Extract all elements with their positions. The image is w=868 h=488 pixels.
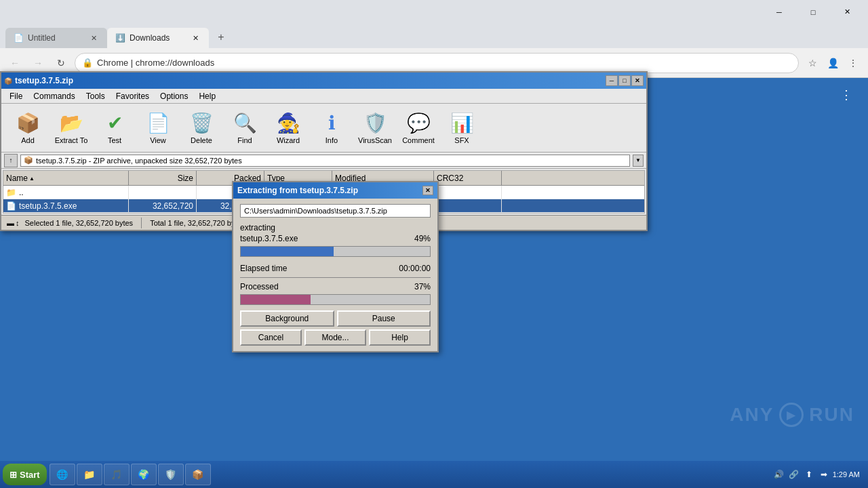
mode-button[interactable]: Mode... xyxy=(304,329,366,346)
toolbar-add-button[interactable]: 📦 Add xyxy=(7,106,49,150)
browser-titlebar: ─ □ ✕ xyxy=(0,0,868,24)
taskbar: ⊞ Start 🌐 📁 🎵 🌍 🛡️ 📦 🔊 🔗 ⬆ ➡ 1:29 AM xyxy=(0,461,868,488)
column-crc32[interactable]: CRC32 xyxy=(434,171,502,186)
dialog-close-button[interactable]: ✕ xyxy=(422,186,433,195)
tray-icon-upload[interactable]: ⬆ xyxy=(803,468,815,481)
cell-name: 📄 tsetup.3.7.5.exe xyxy=(3,199,129,213)
browser-content: Downl ⋮ 📦 tsetup.3.7.5.zip ─ □ ✕ File Co… xyxy=(0,78,868,461)
tab-close-icon[interactable]: ✕ xyxy=(88,33,99,43)
menu-commands[interactable]: Commands xyxy=(28,90,80,102)
taskbar-defender[interactable]: 🛡️ xyxy=(158,464,184,485)
processed-label: Processed xyxy=(240,282,279,291)
tab-favicon-downloads: ⬇️ xyxy=(115,33,125,43)
forward-button[interactable]: → xyxy=(28,54,47,73)
menu-options[interactable]: Options xyxy=(155,90,193,102)
help-button[interactable]: Help xyxy=(369,329,431,346)
tab-title-downloads: Downloads xyxy=(130,33,170,43)
toolbar-comment-button[interactable]: 💬 Comment xyxy=(397,106,439,150)
tray-icon-network[interactable]: 🔗 xyxy=(788,468,800,481)
address-bar[interactable]: 🔒 Chrome | chrome://downloads xyxy=(75,53,799,73)
watermark-any: ANY xyxy=(730,404,774,426)
close-button[interactable]: ✕ xyxy=(831,0,863,24)
menu-tools[interactable]: Tools xyxy=(81,90,111,102)
toolbar-info-button[interactable]: ℹ Info xyxy=(311,106,353,150)
winrar-menubar: File Commands Tools Favorites Options He… xyxy=(1,89,646,104)
status-icon-2: ↕ xyxy=(16,219,20,227)
processed-progress-bar xyxy=(240,294,431,305)
url-text: chrome://downloads xyxy=(136,58,214,68)
winrar-restore-button[interactable]: □ xyxy=(618,75,631,86)
add-tab-button[interactable]: + xyxy=(212,28,231,47)
taskbar-chrome[interactable]: 🌍 xyxy=(131,464,157,485)
dialog-divider xyxy=(240,277,431,278)
address-dropdown-button[interactable]: ▼ xyxy=(633,155,644,167)
help-label: Help xyxy=(391,333,408,342)
browser-actions: ☆ 👤 ⋮ xyxy=(803,54,863,73)
column-size[interactable]: Size xyxy=(129,171,197,186)
chrome-icon: 🌍 xyxy=(137,468,151,481)
restore-button[interactable]: □ xyxy=(797,0,829,24)
pause-button[interactable]: Pause xyxy=(337,310,431,327)
wizard-icon: 🧙 xyxy=(276,110,300,135)
tab-close-downloads-icon[interactable]: ✕ xyxy=(190,33,201,43)
info-label: Info xyxy=(326,136,338,144)
taskbar-explorer[interactable]: 📁 xyxy=(77,464,102,485)
dialog-content: C:\Users\admin\Downloads\tsetup.3.7.5.zi… xyxy=(233,199,437,351)
start-button[interactable]: ⊞ Start xyxy=(3,464,47,485)
tray-icon-arrow[interactable]: ➡ xyxy=(818,468,830,481)
background-button[interactable]: Background xyxy=(240,310,334,327)
minimize-button[interactable]: ─ xyxy=(764,0,795,24)
address-up-button[interactable]: ↑ xyxy=(4,154,18,167)
refresh-button[interactable]: ↻ xyxy=(52,54,71,73)
downloads-more-button[interactable]: ⋮ xyxy=(835,84,857,106)
profile-button[interactable]: 👤 xyxy=(823,54,842,73)
add-label: Add xyxy=(21,136,35,144)
start-icon: ⊞ xyxy=(9,470,17,480)
media-icon: 🎵 xyxy=(110,468,123,481)
winrar-title-text: tsetup.3.7.5.zip xyxy=(15,76,73,85)
extract-file-pct: 49% xyxy=(414,234,431,243)
taskbar-media[interactable]: 🎵 xyxy=(104,464,130,485)
column-name[interactable]: Name ▲ xyxy=(3,171,129,186)
wizard-label: Wizard xyxy=(277,136,300,144)
menu-help[interactable]: Help xyxy=(193,90,221,102)
background-label: Background xyxy=(265,314,309,323)
address-text: Chrome | chrome://downloads xyxy=(97,58,214,68)
view-label: View xyxy=(150,136,166,144)
extract-action-label: extracting xyxy=(240,223,275,232)
menu-file[interactable]: File xyxy=(4,90,28,102)
name-value: .. xyxy=(19,188,24,197)
file-progress-fill xyxy=(241,247,334,256)
bookmark-button[interactable]: ☆ xyxy=(803,54,822,73)
menu-button[interactable]: ⋮ xyxy=(844,54,863,73)
toolbar-test-button[interactable]: ✔ Test xyxy=(94,106,136,150)
taskbar-winrar[interactable]: 📦 xyxy=(185,464,211,485)
toolbar-sfx-button[interactable]: 📊 SFX xyxy=(441,106,483,150)
toolbar-find-button[interactable]: 🔍 Find xyxy=(224,106,266,150)
tab-downloads[interactable]: ⬇️ Downloads ✕ xyxy=(107,28,209,48)
info-icon: ℹ xyxy=(319,110,344,135)
elapsed-value: 00:00:00 xyxy=(399,264,431,273)
address-lock-icon: 🔒 xyxy=(82,58,93,68)
virusscan-label: VirusScan xyxy=(358,136,392,144)
cancel-button[interactable]: Cancel xyxy=(240,329,302,346)
tray-icon-volume[interactable]: 🔊 xyxy=(773,468,785,481)
winrar-minimize-button[interactable]: ─ xyxy=(606,75,618,86)
status-icon-1: ▬ xyxy=(7,219,14,227)
taskbar-ie[interactable]: 🌐 xyxy=(50,464,75,485)
back-button[interactable]: ← xyxy=(5,54,24,73)
winrar-close-button[interactable]: ✕ xyxy=(631,75,644,86)
tab-untitled[interactable]: 📄 Untitled ✕ xyxy=(5,28,107,48)
toolbar-extract-to-button[interactable]: 📂 Extract To xyxy=(50,106,92,150)
toolbar-wizard-button[interactable]: 🧙 Wizard xyxy=(267,106,309,150)
tray-time-text: 1:29 AM xyxy=(833,470,860,479)
menu-favorites[interactable]: Favorites xyxy=(111,90,155,102)
toolbar-view-button[interactable]: 📄 View xyxy=(137,106,179,150)
cell-name: 📁 .. xyxy=(3,186,129,199)
extract-action-row: extracting xyxy=(240,223,431,232)
toolbar-delete-button[interactable]: 🗑️ Delete xyxy=(180,106,222,150)
cell-crc32 xyxy=(434,199,502,213)
toolbar-virusscan-button[interactable]: 🛡️ VirusScan xyxy=(354,106,396,150)
extract-filename: tsetup.3.7.5.exe xyxy=(240,234,298,243)
col-crc32-label: CRC32 xyxy=(437,174,463,183)
